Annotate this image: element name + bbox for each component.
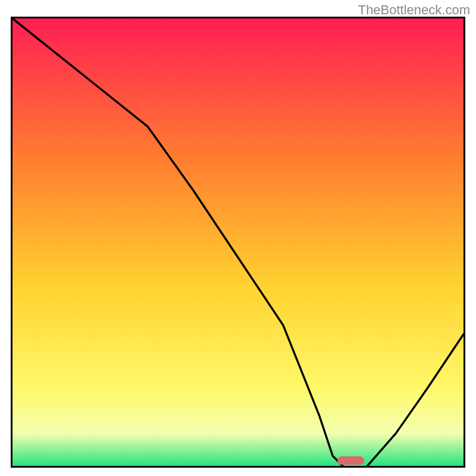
optimum-marker [337,456,364,465]
watermark-text: TheBottleneck.com [358,2,470,18]
chart-container: TheBottleneck.com [0,0,476,476]
plot-frame [11,17,465,468]
bottleneck-curve [12,18,464,468]
